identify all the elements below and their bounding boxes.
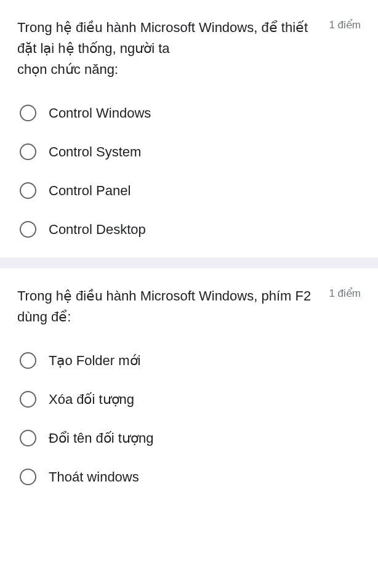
option-label: Đổi tên đối tượng	[49, 430, 153, 446]
radio-icon	[20, 352, 36, 369]
option-label: Control Windows	[49, 105, 151, 121]
points-label: 1 điểm	[329, 18, 361, 31]
question-text: Trong hệ điều hành Microsoft Windows, để…	[17, 17, 329, 80]
option-item[interactable]: Tạo Folder mới	[20, 352, 361, 369]
option-item[interactable]: Control Desktop	[20, 221, 361, 238]
question-header: Trong hệ điều hành Microsoft Windows, để…	[17, 17, 361, 80]
option-item[interactable]: Control Panel	[20, 182, 361, 199]
question-card-1: Trong hệ điều hành Microsoft Windows, để…	[0, 0, 378, 257]
options-list: Tạo Folder mới Xóa đối tượng Đổi tên đối…	[17, 352, 361, 485]
question-text: Trong hệ điều hành Microsoft Windows, ph…	[17, 286, 329, 328]
option-item[interactable]: Control System	[20, 143, 361, 160]
option-label: Tạo Folder mới	[49, 353, 140, 369]
option-item[interactable]: Control Windows	[20, 105, 361, 121]
option-item[interactable]: Đổi tên đối tượng	[20, 430, 361, 446]
option-label: Control Desktop	[49, 222, 146, 238]
option-label: Control Panel	[49, 183, 131, 199]
radio-icon	[20, 469, 36, 485]
radio-icon	[20, 430, 36, 446]
radio-icon	[20, 105, 36, 121]
options-list: Control Windows Control System Control P…	[17, 105, 361, 238]
question-header: Trong hệ điều hành Microsoft Windows, ph…	[17, 286, 361, 328]
option-item[interactable]: Thoát windows	[20, 469, 361, 485]
option-label: Xóa đối tượng	[49, 392, 134, 408]
points-label: 1 điểm	[329, 287, 361, 300]
radio-icon	[20, 391, 36, 408]
question-card-2: Trong hệ điều hành Microsoft Windows, ph…	[0, 268, 378, 505]
card-divider	[0, 257, 378, 268]
radio-icon	[20, 221, 36, 238]
option-label: Thoát windows	[49, 469, 139, 485]
radio-icon	[20, 143, 36, 160]
option-item[interactable]: Xóa đối tượng	[20, 391, 361, 408]
radio-icon	[20, 182, 36, 199]
option-label: Control System	[49, 144, 141, 160]
